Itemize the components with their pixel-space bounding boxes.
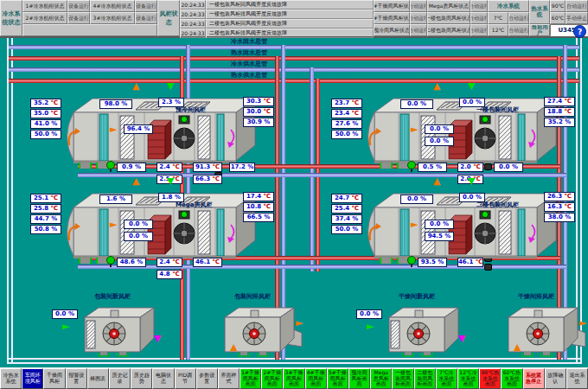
toolbar-button-8[interactable]: PID调节: [175, 368, 196, 389]
actuator-icon: [79, 163, 92, 169]
toolbar-button-1[interactable]: 车间环境风柜: [22, 368, 43, 389]
toolbar-button-0[interactable]: 冷热水系统: [0, 368, 22, 389]
toolbar-button-26[interactable]: 退出系统: [566, 368, 588, 389]
chilled-water-return-pipe: [9, 45, 579, 49]
status-label: 2#冷水机组状态: [22, 12, 67, 24]
damper-value-box: 0.0 %: [459, 98, 485, 107]
status-value: 自动运行: [410, 24, 427, 36]
pipe-label: 热水供水总管: [227, 72, 272, 79]
top-status-bar: 冷水系统状态 1#冷水机组状态设备运行4#冷水机组状态设备运行2#冷水机组状态设…: [0, 0, 588, 38]
fan-value-box: 0.0 %: [425, 137, 454, 146]
fan-unit[interactable]: 干燥间新风柜 0.0 % ► ▼ ▲ ►: [356, 292, 477, 358]
toolbar-button-20[interactable]: 7℃冷水系统画面: [436, 368, 457, 389]
alarm-row[interactable]: 20:24:33一楼包装风柜排风阀开度反馈故障: [180, 10, 374, 19]
toolbar-button-9[interactable]: 参数设置: [196, 368, 218, 389]
exhaust-down-arrow-icon: ▼: [154, 334, 161, 343]
toolbar-button-2[interactable]: 干燥间风柜: [43, 368, 65, 389]
chilled-water-supply-pipe: [9, 67, 579, 72]
duct-line: [7, 362, 582, 364]
airflow-arrow-icon: ►: [411, 220, 418, 229]
damper-value-box: 1.6 %: [99, 194, 132, 204]
toolbar-button-7[interactable]: 电脑状态: [152, 368, 174, 389]
status-label: 4#干燥间风柜状态: [374, 0, 410, 12]
help-icon[interactable]: ?: [573, 25, 586, 38]
cold-water-status-1: 自动运行: [508, 12, 529, 24]
toolbar-button-3[interactable]: 报警设置: [66, 368, 87, 389]
actuator-icon: [380, 163, 393, 169]
toolbar-button-19[interactable]: 二楼包装间风柜画面: [414, 368, 436, 389]
supply-temp-box: 27.4 ℃: [544, 97, 575, 106]
toolbar-button-14[interactable]: 4#干燥间风柜画面: [305, 368, 327, 389]
damper-value-box: 98.0 %: [99, 99, 132, 109]
ahu-unit[interactable]: ▲ ▼ 35.2 ℃ 35.0 ℃ 41.0 % 50.0 %: [30, 83, 290, 191]
actuator-icon: [380, 258, 393, 264]
humidity-value-box: 27.6 %: [331, 119, 362, 129]
water-valve-icon: [106, 161, 114, 172]
toolbar-button-23[interactable]: 60℃热水系统画面: [501, 368, 522, 389]
supply-air-arrow-icon: ►: [367, 322, 374, 331]
fan-unit-label: 干燥间新风柜: [356, 292, 477, 301]
hot-water-temp-2: 60℃: [550, 12, 566, 24]
toolbar-button-21[interactable]: 12℃冷水系统画面: [457, 368, 479, 389]
supply-temp-box: 26.3 ℃: [544, 192, 575, 201]
alarm-time: 20:24:33: [180, 29, 206, 38]
fan-unit[interactable]: 包装间排风柜 ► ▼ ▲ ►: [192, 292, 313, 358]
intake-arrow-icon: ▲: [514, 342, 521, 352]
pipe-temp-box: 46.1 ℃: [193, 258, 222, 267]
bottom-toolbar: 冷热水系统车间环境风柜干燥间风柜报警设置棒图表历史记录历史趋势电脑状态PID调节…: [0, 367, 588, 389]
fresh-air-arrow-icon: ▼: [468, 81, 475, 91]
actuator-icon: [79, 258, 92, 264]
hot-water-temp-1: 90℃: [550, 0, 566, 12]
temp-value-box: 24.7 ℃: [331, 194, 362, 203]
toolbar-button-12[interactable]: 2#干燥间风柜画面: [261, 368, 283, 389]
ahu-unit[interactable]: ▲ ▼ 23.7 ℃ 23.4 ℃ 27.6 % 50.0 %: [331, 83, 588, 191]
status-value: 自动运行: [470, 24, 488, 36]
toolbar-button-6[interactable]: 历史趋势: [131, 368, 152, 389]
alarm-row[interactable]: 20:24:33二楼包装风柜排风阀开度反馈故障: [180, 29, 374, 38]
ahu-unit[interactable]: ▲ ▼ 25.1 ℃ 25.8 ℃ 44.7 % 50.8 %: [30, 178, 290, 286]
cold-water-temp-2: 12℃: [488, 24, 508, 36]
status-value: 自动运行: [470, 0, 488, 12]
exhaust-down-arrow-icon: ▼: [458, 334, 465, 343]
damper-value-box: 0.0 %: [400, 99, 433, 109]
toolbar-button-17[interactable]: Mega房风柜画面: [370, 368, 392, 389]
toolbar-button-4[interactable]: 棒图表: [87, 368, 109, 389]
supply-humidity-box: 30.9 %: [243, 118, 274, 127]
temp-value-box: 23.4 ℃: [331, 109, 362, 118]
alarm-row[interactable]: 20:24:33一楼包装风柜回风阀开度反馈故障: [180, 0, 374, 10]
toolbar-button-15[interactable]: 5#干燥间风柜画面: [327, 368, 348, 389]
supply-temp-box: 10.8 ℃: [243, 202, 274, 212]
damper-value-box: 0.0 %: [459, 193, 485, 202]
status-value: 设备运行: [67, 0, 90, 12]
toolbar-button-16[interactable]: 预冷间风柜画面: [348, 368, 370, 389]
status-value: 设备运行: [135, 12, 157, 24]
toolbar-button-18[interactable]: 一楼包装间风柜画面: [392, 368, 413, 389]
toolbar-button-13[interactable]: 3#干燥间风柜画面: [283, 368, 304, 389]
fan-unit[interactable]: 包装间新风柜 0.0 % ► ▼ ▲ ►: [52, 292, 173, 358]
humidity-value-box: 50.0 %: [331, 225, 362, 234]
alarm-list[interactable]: 20:24:33一楼包装风柜回风阀开度反馈故障20:24:33一楼包装风柜排风阀…: [180, 0, 374, 36]
alarm-row[interactable]: 20:24:33二楼包装风柜回风阀开度反馈故障: [180, 19, 374, 29]
status-label: Mega房风柜状态: [427, 0, 470, 12]
ahu-status-label: 风柜状态: [157, 0, 180, 36]
exhaust-air-arrow-icon: ▲: [132, 176, 139, 186]
ahu-unit[interactable]: ▲ ▼ 24.7 ℃ 25.4 ℃ 37.4 % 50.0 %: [331, 178, 588, 286]
valve-opening-box: 48.6 %: [117, 258, 146, 267]
pipe-temp-box: 2.4 ℃: [157, 163, 182, 172]
toolbar-button-5[interactable]: 历史记录: [109, 368, 131, 389]
fan-body: [78, 303, 168, 357]
fan-unit[interactable]: 干燥间排风柜 ► ▼ ▲ ►: [476, 292, 588, 358]
water-valve-icon: [106, 256, 114, 267]
pipe-temp-box: 2.0 ℃: [457, 163, 483, 172]
water-valve-icon: [407, 161, 415, 172]
supply-humidity-box: 35.2 %: [544, 118, 575, 127]
toolbar-button-25[interactable]: 故障确认: [545, 368, 566, 389]
hot-water-system-label: 热水系统: [529, 0, 550, 24]
chiller-system-status-label: 冷水系统状态: [0, 0, 22, 36]
toolbar-button-22[interactable]: 90℃热水系统画面: [479, 368, 501, 389]
toolbar-button-24[interactable]: 系统紧急停止: [523, 368, 545, 389]
cold-water-temp-1: 7℃: [488, 12, 508, 24]
toolbar-button-10[interactable]: 界面样式: [218, 368, 240, 389]
toolbar-button-11[interactable]: 1#干燥间风柜画面: [240, 368, 261, 389]
duct-line: [11, 38, 13, 364]
